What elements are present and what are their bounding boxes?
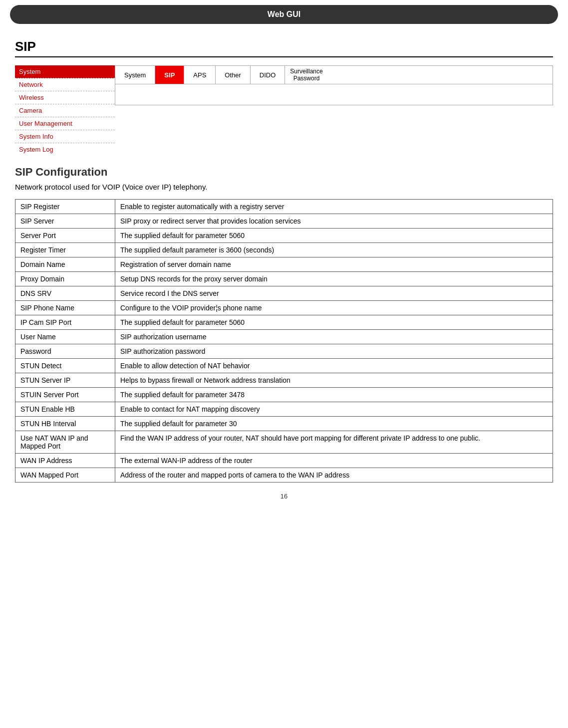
table-def: The supplied default for parameter 30 <box>115 417 553 431</box>
table-row: DNS SRVService record I the DNS server <box>15 286 553 301</box>
info-table: SIP RegisterEnable to register automatic… <box>15 199 553 483</box>
table-term: IP Cam SIP Port <box>15 315 115 330</box>
table-row: Use NAT WAN IP andMapped PortFind the WA… <box>15 431 553 454</box>
table-row: STUN Enable HBEnable to contact for NAT … <box>15 402 553 417</box>
table-term: Register Timer <box>15 243 115 257</box>
table-def: The external WAN-IP address of the route… <box>115 454 553 468</box>
table-term: Password <box>15 344 115 359</box>
tab-nav: SystemSIPAPSOtherDIDOSurveillancePasswor… <box>115 65 553 105</box>
table-row: SIP ServerSIP proxy or redirect server t… <box>15 214 553 229</box>
table-term: Domain Name <box>15 257 115 272</box>
tab-dido[interactable]: DIDO <box>251 66 285 84</box>
table-term: STUN Enable HB <box>15 402 115 417</box>
table-def: The supplied default for parameter 3478 <box>115 388 553 402</box>
sidebar-item-user-management[interactable]: User Management <box>15 117 115 130</box>
table-def: Enable to register automatically with a … <box>115 200 553 214</box>
page-title: SIP <box>15 39 553 57</box>
tab-row: SystemSIPAPSOtherDIDOSurveillancePasswor… <box>115 66 553 84</box>
table-term: DNS SRV <box>15 286 115 301</box>
top-bar-title: Web GUI <box>268 10 300 18</box>
table-term: WAN IP Address <box>15 454 115 468</box>
table-term: SIP Server <box>15 214 115 229</box>
table-row: SIP RegisterEnable to register automatic… <box>15 200 553 214</box>
table-def: Service record I the DNS server <box>115 286 553 301</box>
table-def: Find the WAN IP address of your router, … <box>115 431 553 454</box>
table-term: SIP Register <box>15 200 115 214</box>
tab-sip[interactable]: SIP <box>155 66 184 84</box>
section-title: SIP Configuration <box>15 166 553 179</box>
table-row: Proxy DomainSetup DNS records for the pr… <box>15 272 553 286</box>
sidebar-item-camera[interactable]: Camera <box>15 104 115 117</box>
tab-system[interactable]: System <box>115 66 155 84</box>
section-desc: Network protocol used for VOIP (Voice ov… <box>15 183 553 191</box>
table-row: Domain NameRegistration of server domain… <box>15 257 553 272</box>
table-row: STUN HB IntervalThe supplied default for… <box>15 417 553 431</box>
table-term: STUN HB Interval <box>15 417 115 431</box>
table-def: SIP authorization username <box>115 330 553 344</box>
tab-surveillance-password[interactable]: SurveillancePassword <box>285 66 327 84</box>
table-def: SIP proxy or redirect server that provid… <box>115 214 553 229</box>
table-row: STUN Server IPHelps to bypass firewall o… <box>15 373 553 388</box>
table-def: Registration of server domain name <box>115 257 553 272</box>
sidebar-item-wireless[interactable]: Wireless <box>15 91 115 104</box>
sidebar: SystemNetworkWirelessCameraUser Manageme… <box>15 65 115 156</box>
table-def: The supplied default parameter is 3600 (… <box>115 243 553 257</box>
table-def: Enable to allow detection of NAT behavio… <box>115 359 553 373</box>
table-def: Helps to bypass firewall or Network addr… <box>115 373 553 388</box>
table-def: The supplied default for parameter 5060 <box>115 229 553 243</box>
top-bar: Web GUI <box>10 5 558 24</box>
table-row: STUIN Server PortThe supplied default fo… <box>15 388 553 402</box>
table-term: User Name <box>15 330 115 344</box>
table-row: WAN Mapped PortAddress of the router and… <box>15 468 553 483</box>
sidebar-item-system-log[interactable]: System Log <box>15 143 115 156</box>
table-term: Use NAT WAN IP andMapped Port <box>15 431 115 454</box>
table-term: Server Port <box>15 229 115 243</box>
table-term: STUN Server IP <box>15 373 115 388</box>
table-def: Enable to contact for NAT mapping discov… <box>115 402 553 417</box>
sidebar-item-network[interactable]: Network <box>15 78 115 91</box>
table-row: PasswordSIP authorization password <box>15 344 553 359</box>
table-term: STUN Detect <box>15 359 115 373</box>
table-def: Configure to the VOIP provider¦s phone n… <box>115 301 553 315</box>
table-row: STUN DetectEnable to allow detection of … <box>15 359 553 373</box>
table-row: User NameSIP authorization username <box>15 330 553 344</box>
tab-aps[interactable]: APS <box>184 66 216 84</box>
table-row: IP Cam SIP PortThe supplied default for … <box>15 315 553 330</box>
tab-other[interactable]: Other <box>216 66 251 84</box>
table-row: SIP Phone NameConfigure to the VOIP prov… <box>15 301 553 315</box>
table-term: STUIN Server Port <box>15 388 115 402</box>
table-term: SIP Phone Name <box>15 301 115 315</box>
table-row: Register TimerThe supplied default param… <box>15 243 553 257</box>
table-def: Setup DNS records for the proxy server d… <box>115 272 553 286</box>
table-def: Address of the router and mapped ports o… <box>115 468 553 483</box>
sidebar-item-system-info[interactable]: System Info <box>15 130 115 143</box>
table-def: SIP authorization password <box>115 344 553 359</box>
table-term: Proxy Domain <box>15 272 115 286</box>
table-term: WAN Mapped Port <box>15 468 115 483</box>
page-number: 16 <box>15 492 553 500</box>
table-row: Server PortThe supplied default for para… <box>15 229 553 243</box>
nav-panel: SystemNetworkWirelessCameraUser Manageme… <box>15 65 553 156</box>
table-def: The supplied default for parameter 5060 <box>115 315 553 330</box>
table-row: WAN IP AddressThe external WAN-IP addres… <box>15 454 553 468</box>
sidebar-item-system[interactable]: System <box>15 65 115 78</box>
